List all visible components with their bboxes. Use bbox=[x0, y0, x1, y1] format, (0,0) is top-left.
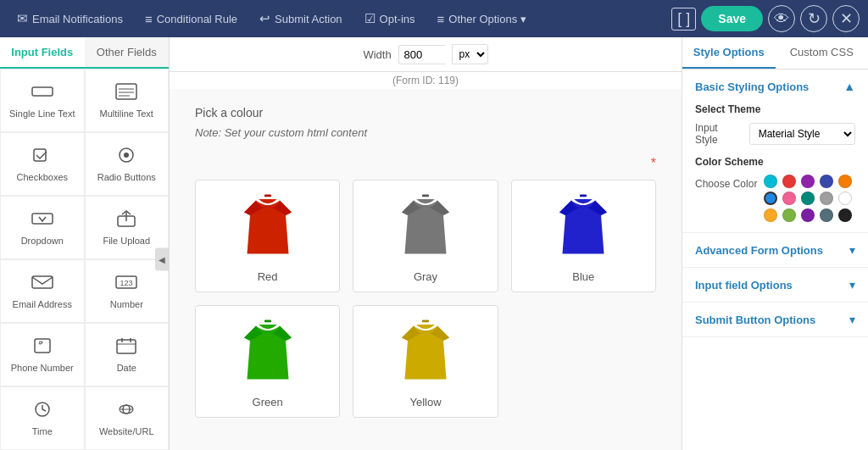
svg-rect-20 bbox=[422, 195, 429, 197]
tab-custom-css[interactable]: Custom CSS bbox=[776, 37, 869, 69]
color-dot-bluegray[interactable] bbox=[820, 208, 833, 222]
width-label: Width bbox=[363, 48, 391, 61]
field-single-line-text[interactable]: Single Line Text bbox=[0, 69, 85, 132]
time-icon bbox=[31, 400, 54, 423]
color-dot-orange[interactable] bbox=[838, 175, 852, 188]
unit-select[interactable]: px % bbox=[452, 44, 488, 64]
nav-opt-ins[interactable]: ☑ Opt-ins bbox=[356, 7, 424, 31]
email-field-icon bbox=[31, 273, 54, 296]
email-icon: ✉ bbox=[17, 11, 28, 26]
optins-icon: ☑ bbox=[364, 11, 376, 26]
color-dot-red[interactable] bbox=[782, 175, 796, 188]
scroll-collapse-button[interactable]: ◀ bbox=[155, 248, 169, 271]
required-star: * bbox=[195, 156, 656, 171]
field-checkboxes[interactable]: Checkboxes bbox=[0, 132, 85, 196]
color-dot-blue[interactable] bbox=[764, 192, 777, 205]
color-dot-white[interactable] bbox=[838, 192, 852, 205]
field-radio-buttons[interactable]: Radio Buttons bbox=[85, 132, 170, 196]
section-submit-button-header[interactable]: Submit Button Options ▾ bbox=[682, 303, 868, 336]
color-dot-indigo[interactable] bbox=[820, 175, 833, 188]
color-dot-black[interactable] bbox=[838, 208, 852, 222]
center-panel: Width px % (Form ID: 119) Pick a colour … bbox=[170, 37, 682, 450]
shirt-red-image bbox=[204, 189, 331, 265]
color-dot-lightgreen[interactable] bbox=[782, 208, 796, 222]
dropdown-icon bbox=[31, 209, 54, 232]
tab-style-options[interactable]: Style Options bbox=[682, 37, 776, 69]
nav-conditional-rule[interactable]: ≡ Conditional Rule bbox=[136, 8, 246, 31]
color-dot-teal[interactable] bbox=[801, 192, 815, 205]
refresh-button[interactable]: ↻ bbox=[800, 5, 827, 32]
svg-rect-1 bbox=[116, 84, 136, 99]
color-dots-grid bbox=[764, 175, 854, 222]
nav-email-notifications[interactable]: ✉ Email Notifications bbox=[8, 7, 131, 31]
svg-rect-13 bbox=[117, 340, 136, 353]
shirt-gray-label: Gray bbox=[362, 270, 488, 283]
checkboxes-icon bbox=[31, 146, 54, 169]
save-button[interactable]: Save bbox=[701, 6, 763, 31]
field-email-address[interactable]: Email Address bbox=[0, 259, 85, 323]
color-dot-yellow[interactable] bbox=[764, 208, 777, 222]
nav-other-options[interactable]: ≡ Other Options ▾ bbox=[429, 8, 535, 31]
center-toolbar: Width px % bbox=[170, 37, 682, 72]
shirt-green-label: Green bbox=[204, 396, 331, 408]
field-dropdown[interactable]: Dropdown bbox=[0, 196, 85, 259]
color-dot-gray[interactable] bbox=[820, 192, 833, 205]
field-time[interactable]: Time bbox=[0, 386, 85, 450]
close-button[interactable]: ✕ bbox=[832, 5, 860, 32]
shirt-red[interactable]: Red bbox=[195, 180, 340, 292]
field-multiline-text[interactable]: Multiline Text bbox=[85, 69, 170, 132]
field-website-url[interactable]: Website/URL bbox=[85, 386, 170, 450]
color-scheme-label: Color Scheme bbox=[695, 156, 855, 168]
right-tabs: Style Options Custom CSS bbox=[682, 37, 868, 69]
submit-button-title: Submit Button Options bbox=[695, 314, 815, 326]
canvas-area: Pick a colour Note: Set your custom html… bbox=[170, 89, 682, 450]
input-style-row: Input Style Material Style Default Boots… bbox=[695, 122, 855, 146]
color-dot-cyan[interactable] bbox=[764, 175, 777, 188]
basic-styling-collapse-icon: ▲ bbox=[843, 80, 855, 93]
color-dot-purple[interactable] bbox=[801, 175, 815, 188]
basic-styling-title: Basic Styling Options bbox=[695, 81, 809, 93]
color-dot-darkpurple[interactable] bbox=[801, 208, 815, 222]
brackets-button[interactable]: [ ] bbox=[671, 8, 696, 31]
shirt-blue[interactable]: Blue bbox=[511, 180, 656, 292]
other-icon: ≡ bbox=[437, 12, 445, 26]
shirt-yellow-image bbox=[362, 314, 488, 391]
svg-rect-0 bbox=[32, 87, 53, 96]
section-basic-styling-header[interactable]: Basic Styling Options ▲ bbox=[682, 69, 868, 103]
shirts-grid: Red Gray bbox=[195, 180, 656, 418]
submit-icon: ↩ bbox=[259, 11, 270, 26]
input-field-collapse-icon: ▾ bbox=[849, 278, 855, 292]
svg-rect-22 bbox=[264, 320, 270, 323]
shirt-red-label: Red bbox=[204, 270, 331, 283]
field-date[interactable]: Date bbox=[85, 323, 170, 386]
main-container: Input Fields Other Fields Single Line Te… bbox=[0, 37, 868, 450]
section-advanced-form-header[interactable]: Advanced Form Options ▾ bbox=[682, 233, 868, 267]
tab-other-fields[interactable]: Other Fields bbox=[85, 37, 170, 67]
svg-rect-23 bbox=[422, 320, 429, 323]
phone-icon bbox=[31, 336, 54, 359]
input-field-title: Input field Options bbox=[695, 279, 793, 292]
basic-styling-content: Select Theme Input Style Material Style … bbox=[682, 103, 868, 232]
section-input-field-header[interactable]: Input field Options ▾ bbox=[682, 268, 868, 302]
svg-text:123: 123 bbox=[120, 279, 133, 287]
choose-color-label: Choose Color bbox=[695, 175, 757, 190]
input-style-select[interactable]: Material Style Default Bootstrap Custom bbox=[749, 123, 855, 145]
shirt-yellow[interactable]: Yellow bbox=[353, 305, 498, 418]
url-icon bbox=[114, 400, 138, 423]
tab-input-fields[interactable]: Input Fields bbox=[0, 37, 85, 69]
color-dot-pink[interactable] bbox=[782, 192, 796, 205]
shirt-yellow-label: Yellow bbox=[362, 396, 488, 408]
width-input[interactable] bbox=[398, 45, 445, 64]
field-phone-number[interactable]: Phone Number bbox=[0, 323, 85, 386]
right-panel: Style Options Custom CSS Basic Styling O… bbox=[682, 37, 868, 450]
shirt-green[interactable]: Green bbox=[195, 305, 340, 418]
date-icon bbox=[114, 336, 138, 359]
number-icon: 123 bbox=[114, 273, 138, 296]
input-style-label: Input Style bbox=[695, 122, 743, 146]
shirt-gray[interactable]: Gray bbox=[353, 180, 498, 292]
svg-point-7 bbox=[124, 153, 129, 158]
advanced-form-collapse-icon: ▾ bbox=[849, 243, 855, 257]
radio-icon bbox=[114, 146, 138, 169]
preview-button[interactable]: 👁 bbox=[768, 5, 795, 32]
nav-submit-action[interactable]: ↩ Submit Action bbox=[251, 7, 351, 31]
